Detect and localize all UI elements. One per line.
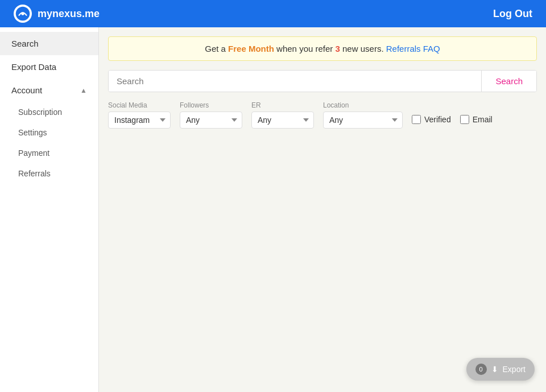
email-filter: Email [460, 115, 493, 124]
chevron-up-icon: ▲ [80, 86, 87, 94]
location-select[interactable]: Any United States United Kingdom Canada … [323, 112, 403, 129]
main-layout: Search Export Data Account ▲ Subscriptio… [0, 27, 546, 392]
brand: mynexus.me [14, 5, 100, 23]
filters-row: Social Media Instagram Twitter YouTube T… [108, 101, 537, 129]
social-media-select[interactable]: Instagram Twitter YouTube TikTok Faceboo… [108, 112, 171, 129]
banner-free-month: Free Month [228, 44, 274, 53]
banner-suffix: new users. [340, 44, 386, 53]
followers-select[interactable]: Any 1K+ 10K+ 100K+ 1M+ [180, 112, 242, 129]
export-count-badge: 0 [475, 364, 487, 375]
top-nav: mynexus.me Log Out [0, 0, 546, 27]
search-button[interactable]: Search [481, 71, 536, 92]
sidebar-item-search[interactable]: Search [0, 32, 98, 55]
verified-label[interactable]: Verified [424, 115, 451, 124]
banner-count: 3 [336, 44, 340, 53]
location-label: Location [323, 101, 403, 109]
brand-icon [14, 5, 32, 23]
sidebar-item-settings[interactable]: Settings [0, 122, 98, 143]
sidebar-item-export-data[interactable]: Export Data [0, 55, 98, 79]
followers-label: Followers [180, 101, 242, 109]
svg-point-1 [21, 12, 24, 15]
sidebar-item-referrals[interactable]: Referrals [0, 163, 98, 184]
logout-button[interactable]: Log Out [493, 8, 532, 20]
er-select[interactable]: Any 1%+ 2%+ 5%+ 10%+ [251, 112, 314, 129]
sidebar-item-account-label: Account [11, 85, 42, 95]
banner-prefix: Get a [205, 44, 228, 53]
location-filter: Location Any United States United Kingdo… [323, 101, 403, 129]
sidebar-item-payment-label: Payment [18, 148, 49, 158]
email-label[interactable]: Email [473, 115, 493, 124]
sidebar-item-payment[interactable]: Payment [0, 143, 98, 163]
search-input[interactable] [109, 71, 481, 92]
brand-name: mynexus.me [38, 8, 100, 20]
followers-filter: Followers Any 1K+ 10K+ 100K+ 1M+ [180, 101, 242, 129]
export-fab-label: Export [503, 365, 526, 374]
er-label: ER [251, 101, 314, 109]
main-content: Get a Free Month when you refer 3 new us… [99, 27, 546, 392]
sidebar-item-search-label: Search [11, 39, 39, 48]
verified-checkbox[interactable] [412, 115, 421, 124]
verified-filter: Verified [412, 115, 451, 124]
er-filter: ER Any 1%+ 2%+ 5%+ 10%+ [251, 101, 314, 129]
referral-banner: Get a Free Month when you refer 3 new us… [108, 36, 537, 61]
sidebar: Search Export Data Account ▲ Subscriptio… [0, 27, 99, 392]
sidebar-item-settings-label: Settings [18, 128, 47, 137]
social-media-filter: Social Media Instagram Twitter YouTube T… [108, 101, 171, 129]
banner-middle: when you refer [274, 44, 336, 53]
sidebar-item-account[interactable]: Account ▲ [0, 79, 98, 102]
download-icon: ⬇ [491, 365, 498, 374]
export-fab-button[interactable]: 0 ⬇ Export [466, 358, 535, 381]
sidebar-item-export-data-label: Export Data [11, 62, 56, 72]
email-checkbox[interactable] [460, 115, 469, 124]
social-media-label: Social Media [108, 101, 171, 109]
sidebar-item-subscription-label: Subscription [18, 108, 62, 117]
sidebar-item-subscription[interactable]: Subscription [0, 102, 98, 122]
sidebar-item-referrals-label: Referrals [18, 169, 51, 178]
search-box: Search [108, 70, 537, 92]
referrals-faq-link[interactable]: Referrals FAQ [386, 44, 440, 53]
